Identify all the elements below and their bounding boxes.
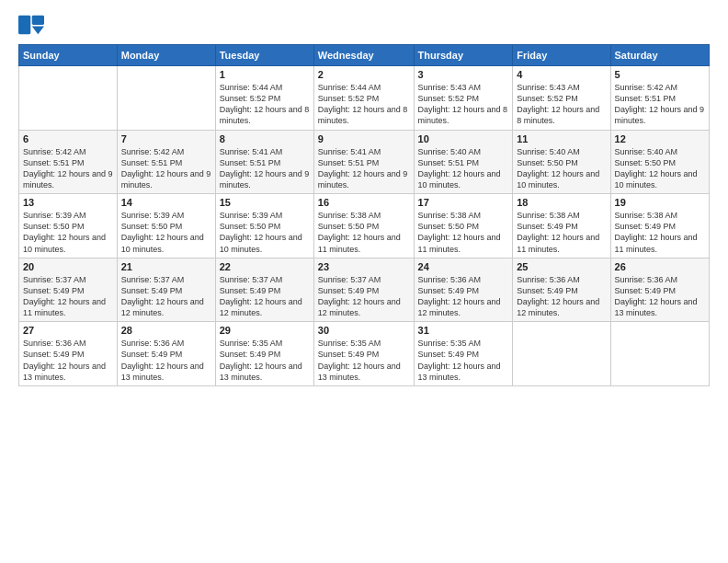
week-row-5: 27Sunrise: 5:36 AM Sunset: 5:49 PM Dayli…: [19, 322, 710, 386]
calendar-cell: 21Sunrise: 5:37 AM Sunset: 5:49 PM Dayli…: [117, 258, 215, 322]
day-info: Sunrise: 5:43 AM Sunset: 5:52 PM Dayligh…: [418, 82, 509, 127]
day-number: 28: [121, 325, 211, 336]
day-info: Sunrise: 5:38 AM Sunset: 5:50 PM Dayligh…: [318, 210, 410, 255]
calendar-cell: 9Sunrise: 5:41 AM Sunset: 5:51 PM Daylig…: [313, 130, 414, 194]
day-info: Sunrise: 5:39 AM Sunset: 5:50 PM Dayligh…: [23, 210, 113, 255]
svg-marker-2: [32, 26, 44, 34]
calendar-cell: 30Sunrise: 5:35 AM Sunset: 5:49 PM Dayli…: [313, 322, 414, 386]
calendar-cell: [117, 66, 215, 131]
calendar-cell: 13Sunrise: 5:39 AM Sunset: 5:50 PM Dayli…: [19, 194, 118, 259]
calendar-cell: [610, 322, 709, 386]
day-number: 31: [418, 325, 509, 336]
calendar-cell: 8Sunrise: 5:41 AM Sunset: 5:51 PM Daylig…: [215, 130, 313, 194]
day-info: Sunrise: 5:35 AM Sunset: 5:49 PM Dayligh…: [318, 338, 410, 383]
calendar-cell: 15Sunrise: 5:39 AM Sunset: 5:50 PM Dayli…: [215, 194, 313, 259]
day-info: Sunrise: 5:35 AM Sunset: 5:49 PM Dayligh…: [220, 338, 310, 383]
calendar-cell: 4Sunrise: 5:43 AM Sunset: 5:52 PM Daylig…: [513, 66, 610, 131]
day-info: Sunrise: 5:37 AM Sunset: 5:49 PM Dayligh…: [318, 274, 410, 319]
day-info: Sunrise: 5:38 AM Sunset: 5:49 PM Dayligh…: [517, 210, 606, 255]
weekday-tuesday: Tuesday: [215, 45, 313, 66]
day-number: 26: [615, 261, 705, 272]
day-info: Sunrise: 5:35 AM Sunset: 5:49 PM Dayligh…: [418, 338, 509, 383]
weekday-wednesday: Wednesday: [313, 45, 414, 66]
day-info: Sunrise: 5:42 AM Sunset: 5:51 PM Dayligh…: [23, 146, 113, 191]
svg-rect-1: [32, 16, 44, 25]
day-info: Sunrise: 5:41 AM Sunset: 5:51 PM Dayligh…: [318, 146, 410, 191]
calendar-cell: 28Sunrise: 5:36 AM Sunset: 5:49 PM Dayli…: [117, 322, 215, 386]
day-info: Sunrise: 5:40 AM Sunset: 5:51 PM Dayligh…: [418, 146, 509, 191]
day-number: 17: [418, 197, 509, 208]
day-info: Sunrise: 5:38 AM Sunset: 5:50 PM Dayligh…: [418, 210, 509, 255]
calendar-cell: 5Sunrise: 5:42 AM Sunset: 5:51 PM Daylig…: [610, 66, 709, 131]
calendar-cell: 23Sunrise: 5:37 AM Sunset: 5:49 PM Dayli…: [313, 258, 414, 322]
page: SundayMondayTuesdayWednesdayThursdayFrid…: [0, 0, 728, 563]
day-info: Sunrise: 5:42 AM Sunset: 5:51 PM Dayligh…: [615, 82, 705, 127]
day-number: 24: [418, 261, 509, 272]
day-number: 2: [318, 69, 410, 80]
weekday-sunday: Sunday: [19, 45, 118, 66]
calendar-cell: 17Sunrise: 5:38 AM Sunset: 5:50 PM Dayli…: [414, 194, 513, 259]
calendar-cell: 19Sunrise: 5:38 AM Sunset: 5:49 PM Dayli…: [610, 194, 709, 259]
day-number: 7: [121, 133, 211, 144]
week-row-2: 6Sunrise: 5:42 AM Sunset: 5:51 PM Daylig…: [19, 130, 710, 194]
weekday-header-row: SundayMondayTuesdayWednesdayThursdayFrid…: [19, 45, 710, 66]
day-number: 10: [418, 133, 509, 144]
day-info: Sunrise: 5:39 AM Sunset: 5:50 PM Dayligh…: [220, 210, 310, 255]
day-number: 30: [318, 325, 410, 336]
day-number: 3: [418, 69, 509, 80]
weekday-monday: Monday: [117, 45, 215, 66]
day-info: Sunrise: 5:38 AM Sunset: 5:49 PM Dayligh…: [615, 210, 705, 255]
calendar-cell: 2Sunrise: 5:44 AM Sunset: 5:52 PM Daylig…: [313, 66, 414, 131]
day-info: Sunrise: 5:44 AM Sunset: 5:52 PM Dayligh…: [220, 82, 310, 127]
day-info: Sunrise: 5:44 AM Sunset: 5:52 PM Dayligh…: [318, 82, 410, 127]
day-number: 11: [517, 133, 606, 144]
calendar-cell: 14Sunrise: 5:39 AM Sunset: 5:50 PM Dayli…: [117, 194, 215, 259]
logo: [18, 15, 48, 35]
day-number: 20: [23, 261, 113, 272]
day-number: 13: [23, 197, 113, 208]
week-row-4: 20Sunrise: 5:37 AM Sunset: 5:49 PM Dayli…: [19, 258, 710, 322]
day-number: 4: [517, 69, 606, 80]
day-info: Sunrise: 5:40 AM Sunset: 5:50 PM Dayligh…: [517, 146, 606, 191]
day-number: 23: [318, 261, 410, 272]
calendar-cell: 16Sunrise: 5:38 AM Sunset: 5:50 PM Dayli…: [313, 194, 414, 259]
calendar-cell: 3Sunrise: 5:43 AM Sunset: 5:52 PM Daylig…: [414, 66, 513, 131]
calendar-cell: 24Sunrise: 5:36 AM Sunset: 5:49 PM Dayli…: [414, 258, 513, 322]
day-number: 21: [121, 261, 211, 272]
calendar-cell: 10Sunrise: 5:40 AM Sunset: 5:51 PM Dayli…: [414, 130, 513, 194]
calendar-cell: 22Sunrise: 5:37 AM Sunset: 5:49 PM Dayli…: [215, 258, 313, 322]
day-number: 9: [318, 133, 410, 144]
day-number: 19: [615, 197, 705, 208]
calendar-cell: 31Sunrise: 5:35 AM Sunset: 5:49 PM Dayli…: [414, 322, 513, 386]
day-number: 22: [220, 261, 310, 272]
calendar-cell: 11Sunrise: 5:40 AM Sunset: 5:50 PM Dayli…: [513, 130, 610, 194]
calendar-cell: 1Sunrise: 5:44 AM Sunset: 5:52 PM Daylig…: [215, 66, 313, 131]
day-number: 12: [615, 133, 705, 144]
weekday-friday: Friday: [513, 45, 610, 66]
calendar-cell: 27Sunrise: 5:36 AM Sunset: 5:49 PM Dayli…: [19, 322, 118, 386]
day-number: 18: [517, 197, 606, 208]
calendar-cell: 7Sunrise: 5:42 AM Sunset: 5:51 PM Daylig…: [117, 130, 215, 194]
calendar-cell: 6Sunrise: 5:42 AM Sunset: 5:51 PM Daylig…: [19, 130, 118, 194]
logo-icon: [18, 15, 44, 35]
header: [18, 15, 710, 35]
calendar-cell: [19, 66, 118, 131]
calendar-cell: 29Sunrise: 5:35 AM Sunset: 5:49 PM Dayli…: [215, 322, 313, 386]
day-info: Sunrise: 5:42 AM Sunset: 5:51 PM Dayligh…: [121, 146, 211, 191]
calendar-cell: [513, 322, 610, 386]
weekday-saturday: Saturday: [610, 45, 709, 66]
day-number: 8: [220, 133, 310, 144]
calendar-cell: 12Sunrise: 5:40 AM Sunset: 5:50 PM Dayli…: [610, 130, 709, 194]
day-number: 16: [318, 197, 410, 208]
day-info: Sunrise: 5:36 AM Sunset: 5:49 PM Dayligh…: [418, 274, 509, 319]
day-info: Sunrise: 5:37 AM Sunset: 5:49 PM Dayligh…: [23, 274, 113, 319]
day-info: Sunrise: 5:36 AM Sunset: 5:49 PM Dayligh…: [517, 274, 606, 319]
day-number: 14: [121, 197, 211, 208]
day-number: 27: [23, 325, 113, 336]
calendar-cell: 25Sunrise: 5:36 AM Sunset: 5:49 PM Dayli…: [513, 258, 610, 322]
day-info: Sunrise: 5:41 AM Sunset: 5:51 PM Dayligh…: [220, 146, 310, 191]
calendar-cell: 20Sunrise: 5:37 AM Sunset: 5:49 PM Dayli…: [19, 258, 118, 322]
day-info: Sunrise: 5:36 AM Sunset: 5:49 PM Dayligh…: [121, 338, 211, 383]
week-row-1: 1Sunrise: 5:44 AM Sunset: 5:52 PM Daylig…: [19, 66, 710, 131]
day-info: Sunrise: 5:43 AM Sunset: 5:52 PM Dayligh…: [517, 82, 606, 127]
